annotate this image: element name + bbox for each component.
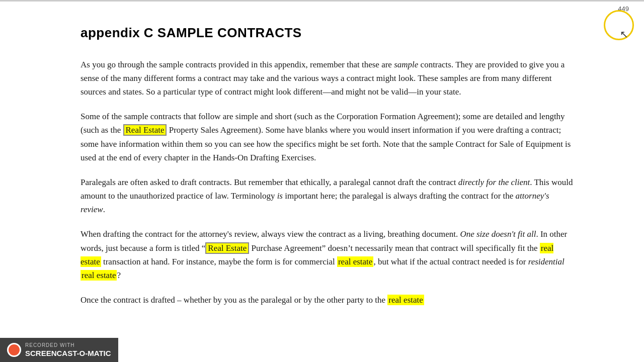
- real-estate-highlight-2: Real Estate: [205, 242, 249, 254]
- page-number: 449: [618, 4, 629, 15]
- real-estate-highlight-5: real estate: [80, 270, 117, 281]
- para4-text4: transaction at hand. For instance, maybe…: [101, 257, 337, 266]
- paragraph-2: Some of the sample contracts that follow…: [80, 110, 574, 164]
- para5-text1: Once the contract is drafted – whether b…: [80, 295, 387, 305]
- para3-italic2: is: [277, 191, 283, 201]
- para3-italic1: directly for the client: [458, 177, 530, 187]
- para1-italic: sample: [394, 60, 418, 69]
- real-estate-highlight-1: Real Estate: [123, 124, 167, 136]
- watermark-bar: RECORDED WITH SCREENCAST-O-MATIC: [0, 338, 118, 363]
- top-divider: [0, 0, 644, 2]
- recorded-with-label: RECORDED WITH: [25, 342, 111, 348]
- real-estate-highlight-6: real estate: [387, 295, 424, 305]
- main-content: appendix C SAMPLE CONTRACTS As you go th…: [80, 15, 574, 307]
- para4-italic1: One size doesn't fit all: [460, 229, 536, 239]
- para1-text1: As you go through the sample contracts p…: [80, 60, 394, 69]
- para4-text3: Purchase Agreement” doesn’t necessarily …: [249, 243, 539, 253]
- para4-text5: , but what if the actual contract needed…: [373, 257, 528, 266]
- brand-label: SCREENCAST-O-MATIC: [25, 348, 111, 358]
- real-estate-highlight-4: real estate: [337, 256, 373, 267]
- para3-text3: important here; the paralegal is always …: [283, 191, 516, 201]
- paragraph-1: As you go through the sample contracts p…: [80, 58, 574, 99]
- para4-text1: When drafting the contract for the attor…: [80, 229, 460, 239]
- para3-text4: .: [103, 205, 105, 214]
- page-title: appendix C SAMPLE CONTRACTS: [80, 23, 574, 44]
- paragraph-4: When drafting the contract for the attor…: [80, 227, 574, 282]
- record-icon: [7, 343, 21, 357]
- watermark-text: RECORDED WITH SCREENCAST-O-MATIC: [25, 342, 111, 358]
- cursor-indicator: ↖: [604, 10, 634, 40]
- para4-text7: ?: [117, 270, 121, 280]
- para4-italic2: residential: [528, 257, 565, 266]
- paragraph-3: Paralegals are often asked to draft cont…: [80, 175, 574, 217]
- para3-text1: Paralegals are often asked to draft cont…: [80, 177, 458, 187]
- paragraph-5-partial: Once the contract is drafted – whether b…: [80, 293, 574, 307]
